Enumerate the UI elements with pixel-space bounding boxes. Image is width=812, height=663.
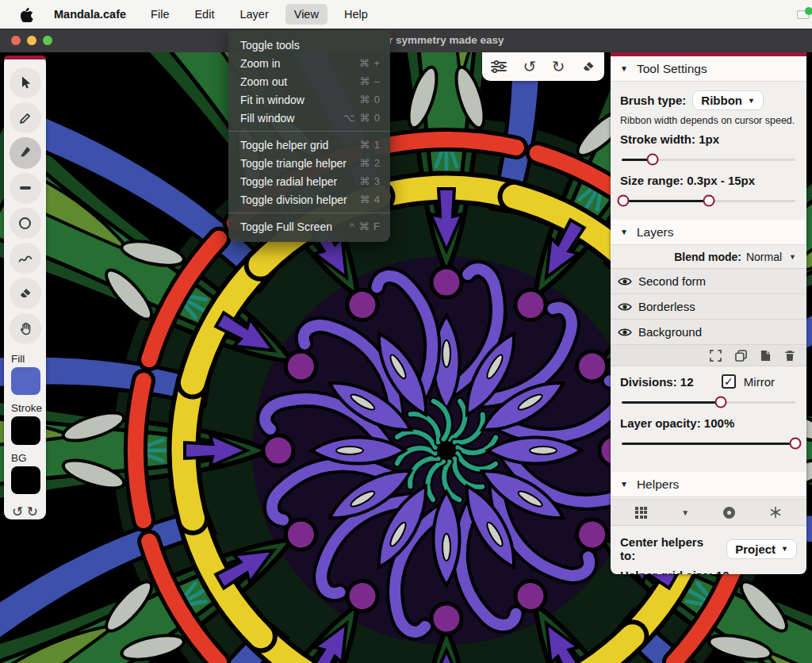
slider-handle[interactable] xyxy=(790,438,802,450)
mirror-label: Mirror xyxy=(744,375,775,389)
settings-panel: ▼ Tool Settings Brush type: Ribbon ▼ Rib… xyxy=(611,52,806,574)
tool-settings-header[interactable]: ▼ Tool Settings xyxy=(611,56,806,82)
brush-type-value: Ribbon xyxy=(701,94,742,107)
chevron-down-icon: ▼ xyxy=(748,97,755,105)
brush-type-dropdown[interactable]: Ribbon ▼ xyxy=(692,90,764,110)
visibility-eye-icon[interactable] xyxy=(618,276,632,287)
tool-panel: Fill Stroke BG ↺ ↻ xyxy=(4,56,46,519)
pencil-tool-button[interactable] xyxy=(10,102,41,133)
bg-color-swatch[interactable] xyxy=(11,466,40,494)
divisions-slider[interactable] xyxy=(622,396,795,408)
layer-row-borderless[interactable]: Borderless xyxy=(611,294,806,320)
apple-menu[interactable] xyxy=(21,6,35,22)
expand-icon[interactable] xyxy=(710,350,722,362)
stroke-color-swatch[interactable] xyxy=(11,416,40,444)
pointer-icon xyxy=(17,75,33,90)
blend-mode-value: Normal xyxy=(746,251,782,263)
redo-icon[interactable]: ↻ xyxy=(27,504,38,519)
blend-mode-row[interactable]: Blend mode: Normal ▼ xyxy=(611,245,806,269)
collapse-triangle-icon: ▼ xyxy=(620,480,628,489)
size-range-slider[interactable] xyxy=(622,194,795,207)
layer-name: Second form xyxy=(638,274,706,288)
radial-helper-icon[interactable] xyxy=(723,507,735,519)
menu-item-zoom-in[interactable]: Zoom in⌘ + xyxy=(228,54,390,72)
slider-handle-low[interactable] xyxy=(618,195,630,207)
fill-color-swatch[interactable] xyxy=(11,367,40,395)
hand-icon xyxy=(17,320,33,336)
stroke-width-slider[interactable] xyxy=(622,153,795,166)
brush-icon xyxy=(17,144,33,161)
ellipse-tool-button[interactable] xyxy=(10,208,41,239)
live-indicator[interactable] xyxy=(797,7,812,20)
minimize-button[interactable] xyxy=(27,36,36,45)
pointer-tool-button[interactable] xyxy=(10,67,41,98)
menu-item-fit-in-window[interactable]: Fit in window⌘ 0 xyxy=(228,90,390,109)
slider-handle[interactable] xyxy=(714,397,726,408)
center-helpers-value: Project xyxy=(735,542,776,556)
curve-icon xyxy=(17,251,33,266)
blend-mode-label: Blend mode: xyxy=(674,251,741,263)
layer-opacity-slider[interactable] xyxy=(622,437,795,450)
menu-item-toggle-tools[interactable]: Toggle tools xyxy=(228,36,390,54)
menubar-item-edit[interactable]: Edit xyxy=(186,4,223,25)
erase-icon[interactable] xyxy=(580,59,596,75)
menu-item-toggle-helper-grid[interactable]: Toggle helper grid⌘ 1 xyxy=(228,136,390,154)
menu-item-fill-window[interactable]: Fill window⌥ ⌘ 0 xyxy=(228,109,390,127)
layers-header[interactable]: ▼ Layers xyxy=(611,220,806,245)
menubar-item-view[interactable]: View xyxy=(285,4,327,25)
app-menu-name[interactable]: Mandala.cafe xyxy=(54,8,126,21)
grid-helper-icon[interactable] xyxy=(635,507,647,519)
delete-icon[interactable] xyxy=(784,350,795,362)
brush-type-label: Brush type: xyxy=(620,94,686,107)
undo-icon[interactable]: ↺ xyxy=(12,504,23,519)
helpers-toolbar: ▼ xyxy=(611,499,806,526)
layer-row-background[interactable]: Background xyxy=(611,320,806,345)
chevron-down-icon[interactable]: ▼ xyxy=(681,508,689,517)
eraser-tool-button[interactable] xyxy=(10,278,41,309)
center-helpers-dropdown[interactable]: Project ▼ xyxy=(726,539,797,559)
duplicate-icon[interactable] xyxy=(735,350,747,362)
size-range-label: Size range: 0.3px - 15px xyxy=(620,174,797,187)
chevron-down-icon: ▼ xyxy=(781,545,788,553)
menubar-item-help[interactable]: Help xyxy=(335,4,377,25)
stroke-width-label: Stroke width: 1px xyxy=(620,132,797,146)
menu-item-toggle-radial-helper[interactable]: Toggle radial helper⌘ 3 xyxy=(228,172,390,190)
helpers-title: Helpers xyxy=(637,477,679,492)
layers-title: Layers xyxy=(637,225,674,240)
helpers-header[interactable]: ▼ Helpers xyxy=(611,472,806,497)
center-helpers-label: Center helpers to: xyxy=(620,535,720,562)
fill-label: Fill xyxy=(11,353,46,365)
layer-opacity-label: Layer opacity: 100% xyxy=(620,416,797,430)
menu-item-toggle-triangle-helper[interactable]: Toggle triangle helper⌘ 2 xyxy=(228,154,390,172)
menu-item-toggle-division-helper[interactable]: Toggle division helper⌘ 4 xyxy=(228,190,390,209)
layer-name: Borderless xyxy=(638,300,695,313)
close-button[interactable] xyxy=(11,36,21,45)
snowflake-helper-icon[interactable] xyxy=(769,506,782,519)
menu-separator xyxy=(228,213,390,213)
visibility-eye-icon[interactable] xyxy=(618,301,632,312)
view-menu-popup: Toggle tools Zoom in⌘ + Zoom out⌘ – Fit … xyxy=(228,30,390,242)
menubar-item-layer[interactable]: Layer xyxy=(231,4,277,25)
slider-handle[interactable] xyxy=(647,154,659,166)
menu-item-toggle-full-screen[interactable]: Toggle Full Screen^ ⌘ F xyxy=(228,217,390,236)
menu-item-zoom-out[interactable]: Zoom out⌘ – xyxy=(228,72,390,90)
visibility-eye-icon[interactable] xyxy=(618,327,632,338)
brush-tool-button[interactable] xyxy=(10,137,41,168)
layer-name: Background xyxy=(638,325,702,339)
redo-icon[interactable]: ↻ xyxy=(552,59,565,75)
mirror-checkbox[interactable]: ✓ xyxy=(722,374,736,389)
undo-icon[interactable]: ↺ xyxy=(523,59,536,75)
adjust-sliders-icon[interactable] xyxy=(490,59,508,74)
line-tool-button[interactable] xyxy=(10,173,41,204)
slider-handle-high[interactable] xyxy=(703,195,714,207)
layer-row-second-form[interactable]: Second form xyxy=(611,269,806,294)
pan-tool-button[interactable] xyxy=(10,313,41,344)
curve-tool-button[interactable] xyxy=(10,243,41,274)
menubar-item-file[interactable]: File xyxy=(142,4,178,25)
line-icon xyxy=(20,186,31,190)
helper-grid-size-label: Helper grid size: 10 xyxy=(620,569,797,574)
new-layer-icon[interactable] xyxy=(760,350,771,362)
window-titlebar: r symmetry made easy xyxy=(0,29,812,52)
layer-actions-row xyxy=(611,345,806,366)
zoom-button[interactable] xyxy=(43,36,52,45)
